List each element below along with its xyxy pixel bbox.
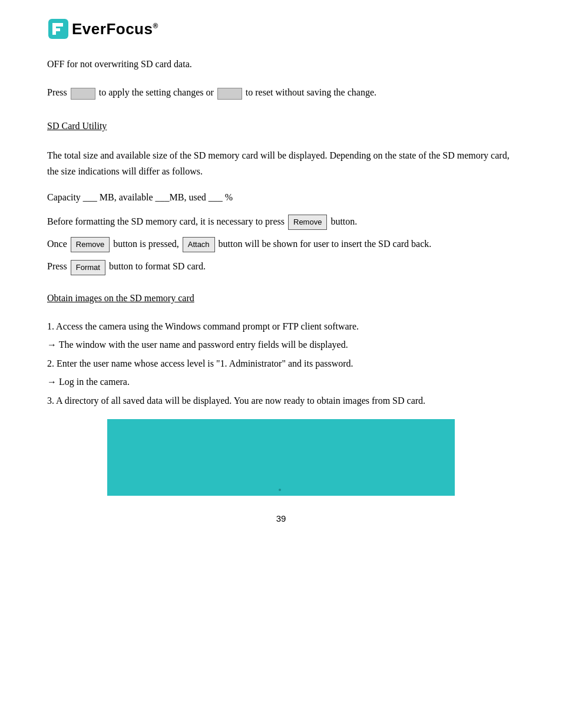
format-para3-text2: button to format SD card. bbox=[109, 261, 206, 271]
remove-button-2[interactable]: Remove bbox=[71, 237, 110, 252]
svg-rect-3 bbox=[52, 28, 60, 31]
dot-indicator bbox=[279, 489, 281, 491]
reset-button-placeholder bbox=[217, 88, 242, 100]
reset-text: to reset without saving the change. bbox=[246, 87, 376, 97]
remove-button-1[interactable]: Remove bbox=[288, 215, 327, 230]
format-button[interactable]: Format bbox=[71, 260, 105, 275]
paragraph-off-text: OFF for not overwriting SD card data. bbox=[47, 59, 192, 69]
logo-icon bbox=[47, 18, 70, 40]
obtain-step1-text: 1. Access the camera using the Windows c… bbox=[47, 319, 515, 334]
paragraph-off: OFF for not overwriting SD card data. bbox=[47, 57, 515, 72]
everfocus-logo-icon bbox=[47, 18, 70, 40]
attach-button[interactable]: Attach bbox=[183, 237, 215, 252]
format-section: Before formatting the SD memory card, it… bbox=[47, 213, 515, 275]
obtain-heading: Obtain images on the SD memory card bbox=[47, 293, 194, 304]
step3-label: 3. A directory of all saved data will be… bbox=[47, 396, 425, 406]
page: EverFocus® OFF for not overwriting SD ca… bbox=[0, 0, 562, 728]
logo-area: EverFocus® bbox=[47, 18, 515, 40]
capacity-text: Capacity ___ MB, available ___MB, used _… bbox=[47, 192, 233, 202]
sd-card-utility-heading: SD Card Utility bbox=[47, 118, 107, 134]
apply-button-placeholder bbox=[71, 88, 95, 100]
svg-rect-2 bbox=[52, 23, 63, 27]
total-size-text: The total size and available size of the… bbox=[47, 150, 510, 176]
page-number-text: 39 bbox=[276, 513, 286, 523]
page-number: 39 bbox=[47, 513, 515, 523]
format-para3: Press Format button to format SD card. bbox=[47, 258, 515, 275]
format-para2-text3: button will be shown for user to insert … bbox=[219, 239, 432, 249]
obtain-step2-text: 2. Enter the user name whose access leve… bbox=[47, 356, 515, 371]
paragraph-total-size: The total size and available size of the… bbox=[47, 148, 515, 179]
obtain-step2-arrow-text: → Log in the camera. bbox=[47, 374, 515, 390]
obtain-step3-text: 3. A directory of all saved data will be… bbox=[47, 393, 515, 409]
step1-arrow-label: → The window with the user name and pass… bbox=[47, 340, 348, 350]
obtain-heading-block: Obtain images on the SD memory card bbox=[47, 288, 515, 312]
step1-label: 1. Access the camera using the Windows c… bbox=[47, 321, 359, 331]
step2-arrow-label: → Log in the camera. bbox=[47, 377, 130, 387]
paragraph-press-apply: Press to apply the setting changes or to… bbox=[47, 85, 515, 100]
obtain-section: Obtain images on the SD memory card 1. A… bbox=[47, 288, 515, 409]
format-para1-text2: button. bbox=[330, 216, 357, 226]
format-para1: Before formatting the SD memory card, it… bbox=[47, 213, 515, 230]
press-label: Press bbox=[47, 87, 67, 97]
format-para2-text2: button is pressed, bbox=[113, 239, 179, 249]
sd-card-utility-heading-block: SD Card Utility bbox=[47, 114, 515, 142]
screenshot-image-box bbox=[107, 419, 455, 496]
format-para1-text1: Before formatting the SD memory card, it… bbox=[47, 216, 285, 226]
logo-brand-text: EverFocus® bbox=[72, 20, 158, 38]
capacity-line: Capacity ___ MB, available ___MB, used _… bbox=[47, 190, 515, 205]
step2-label: 2. Enter the user name whose access leve… bbox=[47, 358, 353, 368]
obtain-step1-arrow-text: → The window with the user name and pass… bbox=[47, 337, 515, 353]
apply-text: to apply the setting changes or bbox=[99, 87, 214, 97]
format-para2: Once Remove button is pressed, Attach bu… bbox=[47, 236, 515, 252]
format-para3-text1: Press bbox=[47, 261, 67, 271]
format-para2-text1: Once bbox=[47, 239, 67, 249]
